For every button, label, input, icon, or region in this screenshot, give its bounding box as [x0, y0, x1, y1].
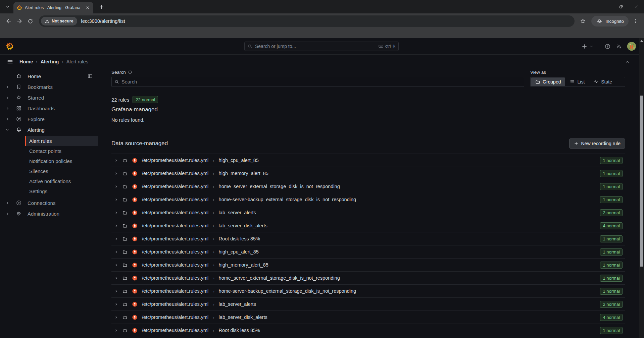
- forward-button[interactable]: [14, 16, 25, 26]
- expand-chevron-icon[interactable]: [114, 185, 118, 188]
- chevron-right-icon[interactable]: [5, 96, 9, 100]
- expand-chevron-icon[interactable]: [114, 329, 118, 332]
- rule-file-path[interactable]: /etc/prometheus/alert.rules.yml: [142, 197, 208, 202]
- rule-group-row[interactable]: /etc/prometheus/alert.rules.yml›lab_serv…: [111, 219, 625, 232]
- sidebar-item-silences[interactable]: Silences: [25, 166, 98, 176]
- maximize-button[interactable]: [613, 0, 629, 13]
- rule-group-name[interactable]: home-server-backup_external_storage_disk…: [219, 288, 356, 294]
- rule-group-name[interactable]: Root disk less 85%: [219, 328, 260, 333]
- sidebar-item-notification-policies[interactable]: Notification policies: [25, 156, 98, 166]
- chevron-right-icon[interactable]: [5, 107, 9, 110]
- sidebar-item-bookmarks[interactable]: Bookmarks: [0, 81, 100, 92]
- rule-group-name[interactable]: lab_server_alerts: [219, 301, 256, 307]
- reload-button[interactable]: [25, 16, 36, 26]
- expand-chevron-icon[interactable]: [114, 263, 118, 267]
- chevron-right-icon[interactable]: [5, 201, 9, 205]
- sidebar-item-administration[interactable]: Administration: [0, 208, 100, 219]
- rule-file-path[interactable]: /etc/prometheus/alert.rules.yml: [142, 223, 208, 228]
- sidebar-item-dashboards[interactable]: Dashboards: [0, 103, 100, 114]
- rule-group-row[interactable]: /etc/prometheus/alert.rules.yml›high_mem…: [111, 259, 625, 272]
- rule-file-path[interactable]: /etc/prometheus/alert.rules.yml: [142, 328, 208, 333]
- page-scrollbar[interactable]: [639, 38, 644, 338]
- rule-file-path[interactable]: /etc/prometheus/alert.rules.yml: [142, 171, 208, 176]
- browser-tab[interactable]: Alert rules - Alerting - Grafana: [13, 2, 93, 13]
- rule-group-name[interactable]: high_cpu_alert_85: [219, 249, 259, 255]
- chevron-right-icon[interactable]: [5, 117, 9, 121]
- rule-group-name[interactable]: high_memory_alert_85: [219, 171, 268, 176]
- rule-group-name[interactable]: lab_server_alerts: [219, 210, 256, 215]
- expand-chevron-icon[interactable]: [114, 198, 118, 202]
- rule-group-name[interactable]: high_cpu_alert_85: [219, 158, 259, 163]
- rule-group-row[interactable]: /etc/prometheus/alert.rules.yml›lab_serv…: [111, 298, 625, 311]
- view-as-grouped[interactable]: Grouped: [531, 77, 565, 86]
- rule-group-row[interactable]: /etc/prometheus/alert.rules.yml›home_ser…: [111, 272, 625, 285]
- rule-group-row[interactable]: /etc/prometheus/alert.rules.yml›lab_serv…: [111, 311, 625, 324]
- url-bar[interactable]: Not secure leo:3000/alerting/list: [39, 15, 575, 27]
- rule-file-path[interactable]: /etc/prometheus/alert.rules.yml: [142, 236, 208, 241]
- rule-group-row[interactable]: /etc/prometheus/alert.rules.yml›Root dis…: [111, 324, 625, 337]
- minimize-button[interactable]: [598, 0, 613, 13]
- rule-group-name[interactable]: home-server-backup_external_storage_disk…: [219, 197, 356, 202]
- view-as-state[interactable]: State: [589, 77, 616, 86]
- rule-file-path[interactable]: /etc/prometheus/alert.rules.yml: [142, 184, 208, 189]
- rule-file-path[interactable]: /etc/prometheus/alert.rules.yml: [142, 158, 208, 163]
- expand-chevron-icon[interactable]: [114, 302, 118, 306]
- news-button[interactable]: [616, 44, 622, 49]
- rule-group-name[interactable]: lab_server_disk_alerts: [219, 223, 267, 228]
- sidebar-item-active-notifications[interactable]: Active notifications: [25, 176, 98, 186]
- not-secure-chip[interactable]: Not secure: [41, 17, 77, 25]
- rule-group-row[interactable]: /etc/prometheus/alert.rules.yml›high_cpu…: [111, 154, 625, 167]
- grafana-logo[interactable]: [6, 42, 14, 50]
- tab-search-button[interactable]: [3, 2, 13, 12]
- help-button[interactable]: [604, 43, 611, 50]
- rule-group-row[interactable]: /etc/prometheus/alert.rules.yml›high_mem…: [111, 167, 625, 180]
- mega-menu-toggle[interactable]: [7, 58, 13, 65]
- rule-group-row[interactable]: /etc/prometheus/alert.rules.yml›lab_serv…: [111, 206, 625, 219]
- expand-chevron-icon[interactable]: [114, 172, 118, 175]
- rule-file-path[interactable]: /etc/prometheus/alert.rules.yml: [142, 210, 208, 215]
- rule-group-name[interactable]: lab_server_disk_alerts: [219, 315, 267, 320]
- breadcrumb-home[interactable]: Home: [19, 59, 33, 64]
- rule-group-name[interactable]: high_memory_alert_85: [219, 262, 268, 268]
- rule-file-path[interactable]: /etc/prometheus/alert.rules.yml: [142, 275, 208, 281]
- expand-chevron-icon[interactable]: [114, 250, 118, 254]
- new-recording-rule-button[interactable]: New recording rule: [569, 138, 626, 149]
- expand-chevron-icon[interactable]: [114, 224, 118, 228]
- breadcrumb-alerting[interactable]: Alerting: [41, 59, 59, 64]
- rule-group-row[interactable]: /etc/prometheus/alert.rules.yml›home-ser…: [111, 193, 625, 206]
- new-tab-button[interactable]: [97, 2, 106, 11]
- tab-close-button[interactable]: [85, 5, 91, 11]
- chevron-right-icon[interactable]: [5, 212, 9, 216]
- add-button[interactable]: [581, 43, 588, 50]
- rule-group-name[interactable]: home_server_external_storage_disk_is_not…: [219, 275, 340, 281]
- scrollbar-thumb[interactable]: [640, 96, 643, 267]
- rule-group-name[interactable]: home_server_external_storage_disk_is_not…: [219, 184, 340, 189]
- rule-file-path[interactable]: /etc/prometheus/alert.rules.yml: [142, 301, 208, 307]
- rule-file-path[interactable]: /etc/prometheus/alert.rules.yml: [142, 262, 208, 268]
- collapse-controls-button[interactable]: [625, 59, 630, 64]
- sidebar-item-connections[interactable]: Connections: [0, 198, 100, 208]
- rule-group-row[interactable]: /etc/prometheus/alert.rules.yml›home_ser…: [111, 180, 625, 193]
- sidebar-item-settings[interactable]: Settings: [25, 186, 98, 196]
- rule-file-path[interactable]: /etc/prometheus/alert.rules.yml: [142, 315, 208, 320]
- chevron-right-icon[interactable]: [5, 85, 9, 89]
- expand-chevron-icon[interactable]: [114, 316, 118, 319]
- rules-search-input[interactable]: [121, 79, 521, 84]
- rule-group-row[interactable]: /etc/prometheus/alert.rules.yml›high_cpu…: [111, 245, 625, 259]
- rule-group-row[interactable]: /etc/prometheus/alert.rules.yml›home-ser…: [111, 285, 625, 298]
- expand-chevron-icon[interactable]: [114, 159, 118, 162]
- chevron-down-icon[interactable]: [5, 127, 9, 132]
- sidebar-item-starred[interactable]: Starred: [0, 92, 100, 103]
- expand-chevron-icon[interactable]: [114, 289, 118, 293]
- sidebar-item-alert-rules[interactable]: Alert rules: [25, 136, 98, 146]
- rule-file-path[interactable]: /etc/prometheus/alert.rules.yml: [142, 288, 208, 294]
- global-search-box[interactable]: Search or jump to... ctrl+k: [244, 42, 399, 51]
- sidebar-item-explore[interactable]: Explore: [0, 114, 100, 124]
- bookmark-page-button[interactable]: [578, 16, 588, 26]
- scroll-up-arrow-icon[interactable]: [640, 40, 643, 42]
- rule-group-row[interactable]: /etc/prometheus/alert.rules.yml›Root dis…: [111, 232, 625, 245]
- browser-menu-button[interactable]: [631, 16, 641, 26]
- sidebar-item-alerting[interactable]: Alerting: [0, 124, 100, 135]
- sidebar-item-home[interactable]: Home: [0, 71, 100, 81]
- chevron-down-icon[interactable]: [590, 45, 593, 48]
